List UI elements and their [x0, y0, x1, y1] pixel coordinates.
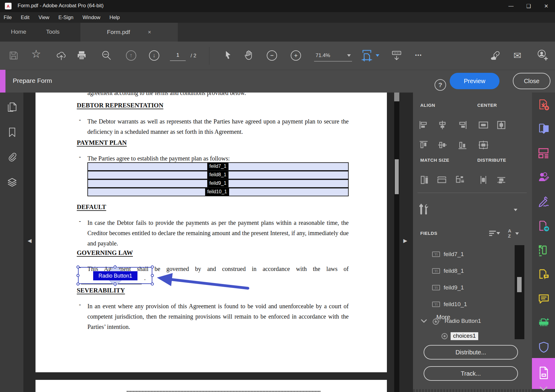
- next-panel-arrow-icon[interactable]: ▶: [403, 238, 407, 244]
- center-both-icon[interactable]: [477, 139, 489, 151]
- tab-home[interactable]: Home: [11, 29, 26, 35]
- share-link-icon[interactable]: [490, 50, 501, 61]
- resize-handle[interactable]: [76, 265, 80, 269]
- resize-handle[interactable]: [113, 282, 117, 286]
- field-list-item[interactable]: TI feild7_1: [413, 248, 514, 261]
- fit-width-icon[interactable]: [361, 49, 373, 62]
- zoom-out-icon[interactable]: −: [267, 50, 277, 61]
- tab-tools[interactable]: Tools: [46, 29, 59, 35]
- distribute-horizontally-icon[interactable]: [495, 174, 507, 186]
- resize-handle[interactable]: [151, 265, 154, 269]
- comments-icon[interactable]: [538, 293, 550, 305]
- document-scrollbar-top[interactable]: [394, 93, 399, 101]
- form-field-row[interactable]: feild10_1: [87, 188, 349, 196]
- fit-options-chevron-icon[interactable]: [376, 54, 379, 57]
- track-button[interactable]: Track...: [424, 366, 518, 381]
- center-horizontally-icon[interactable]: [477, 119, 489, 131]
- zoom-in-icon[interactable]: +: [291, 50, 301, 61]
- align-horizontal-center-icon[interactable]: [436, 119, 448, 131]
- match-both-icon[interactable]: [454, 174, 466, 186]
- menu-help[interactable]: Help: [110, 15, 120, 20]
- resize-handle[interactable]: [113, 265, 117, 269]
- form-field-row[interactable]: feild9_1: [87, 179, 349, 188]
- center-vertically-icon[interactable]: [495, 119, 507, 131]
- prepare-form-active-icon[interactable]: [538, 366, 550, 380]
- field-name-editing[interactable]: choices1: [451, 332, 478, 340]
- menu-view[interactable]: View: [39, 15, 49, 20]
- help-icon[interactable]: ?: [435, 79, 446, 91]
- menu-edit[interactable]: Edit: [21, 15, 29, 20]
- collapse-toolbar-icon[interactable]: [391, 50, 402, 62]
- scan-ocr-icon[interactable]: [538, 317, 550, 329]
- star-icon[interactable]: ☆: [31, 48, 41, 60]
- attachments-icon[interactable]: [7, 152, 18, 163]
- form-field-row[interactable]: feild8_1: [87, 171, 349, 179]
- cloud-upload-icon[interactable]: [56, 50, 67, 61]
- previous-page-icon[interactable]: ↑: [126, 50, 136, 61]
- protect-icon[interactable]: [538, 341, 550, 353]
- pdf-page-1[interactable]: agreement according to the terms and con…: [36, 93, 387, 372]
- select-tool-icon[interactable]: [223, 50, 233, 60]
- more-tools-chevron-icon[interactable]: [539, 386, 548, 391]
- send-for-review-icon[interactable]: [538, 220, 550, 232]
- document-canvas[interactable]: ◀ ▶ agreement according to the terms and…: [23, 93, 413, 392]
- resize-handle[interactable]: [151, 274, 154, 277]
- add-account-icon[interactable]: [536, 50, 549, 61]
- distribute-button[interactable]: Distribute...: [424, 345, 518, 360]
- bookmarks-icon[interactable]: [7, 127, 18, 138]
- pdf-page-2[interactable]: [36, 380, 387, 392]
- document-scrollbar-thumb[interactable]: [395, 159, 399, 194]
- preview-button[interactable]: Preview: [450, 73, 499, 89]
- save-icon[interactable]: [9, 51, 19, 60]
- request-signatures-icon[interactable]: [538, 171, 550, 184]
- zoom-level-dropdown[interactable]: 71.4%: [314, 50, 352, 62]
- align-vertical-middle-icon[interactable]: [436, 139, 448, 151]
- minimize-icon[interactable]: —: [502, 0, 520, 12]
- fill-sign-icon[interactable]: [538, 196, 550, 208]
- page-thumbnails-icon[interactable]: [7, 102, 18, 113]
- resize-handle[interactable]: [76, 274, 80, 277]
- field-list-item-radio-choice[interactable]: choices1: [413, 329, 514, 343]
- next-page-icon[interactable]: ↓: [149, 50, 159, 61]
- menu-window[interactable]: Window: [83, 15, 100, 20]
- organize-pages-icon[interactable]: [538, 147, 550, 159]
- close-icon[interactable]: ✕: [537, 0, 555, 12]
- layers-icon[interactable]: [7, 177, 18, 188]
- field-list-item-radio-group[interactable]: Radio Button1: [413, 314, 514, 328]
- previous-panel-arrow-icon[interactable]: ◀: [28, 238, 32, 244]
- align-left-icon[interactable]: [418, 119, 430, 131]
- more-dropdown[interactable]: More: [413, 200, 532, 219]
- fields-scrollbar[interactable]: [515, 245, 524, 339]
- export-pdf-icon[interactable]: [538, 123, 550, 135]
- menu-esign[interactable]: E-Sign: [59, 15, 74, 20]
- document-scrollbar[interactable]: [394, 93, 399, 392]
- search-icon[interactable]: [101, 50, 112, 61]
- sort-order-icon[interactable]: [488, 229, 500, 238]
- align-right-icon[interactable]: [456, 119, 469, 131]
- menu-file[interactable]: File: [4, 15, 12, 20]
- field-list-item[interactable]: TI feild9_1: [413, 281, 514, 294]
- attach-note-icon[interactable]: [538, 269, 550, 281]
- email-icon[interactable]: ✉: [513, 51, 521, 60]
- align-bottom-icon[interactable]: [456, 139, 469, 151]
- match-height-icon[interactable]: [418, 174, 431, 186]
- distribute-vertically-icon[interactable]: [477, 174, 489, 186]
- field-list-item[interactable]: TI feild10_1: [413, 298, 514, 311]
- hand-tool-icon[interactable]: [243, 50, 254, 61]
- field-list-item[interactable]: TI feild8_1: [413, 264, 514, 278]
- tab-close-icon[interactable]: ✕: [148, 30, 151, 35]
- resize-handle[interactable]: [76, 282, 80, 286]
- selected-field-label[interactable]: Radio Button1: [93, 271, 137, 280]
- page-number-input[interactable]: 1: [170, 50, 186, 61]
- align-top-icon[interactable]: [418, 139, 430, 151]
- edit-pdf-icon[interactable]: [538, 244, 550, 256]
- form-field-row[interactable]: feild7_1: [87, 162, 349, 171]
- maximize-icon[interactable]: ❑: [520, 0, 537, 12]
- create-pdf-icon[interactable]: [538, 99, 550, 111]
- tab-document[interactable]: Form.pdf ✕: [80, 23, 178, 42]
- more-tools-icon[interactable]: •••: [415, 52, 422, 58]
- fields-scrollbar-thumb[interactable]: [517, 277, 522, 292]
- resize-handle[interactable]: [151, 282, 154, 286]
- print-icon[interactable]: [76, 50, 87, 61]
- close-button[interactable]: Close: [513, 73, 550, 89]
